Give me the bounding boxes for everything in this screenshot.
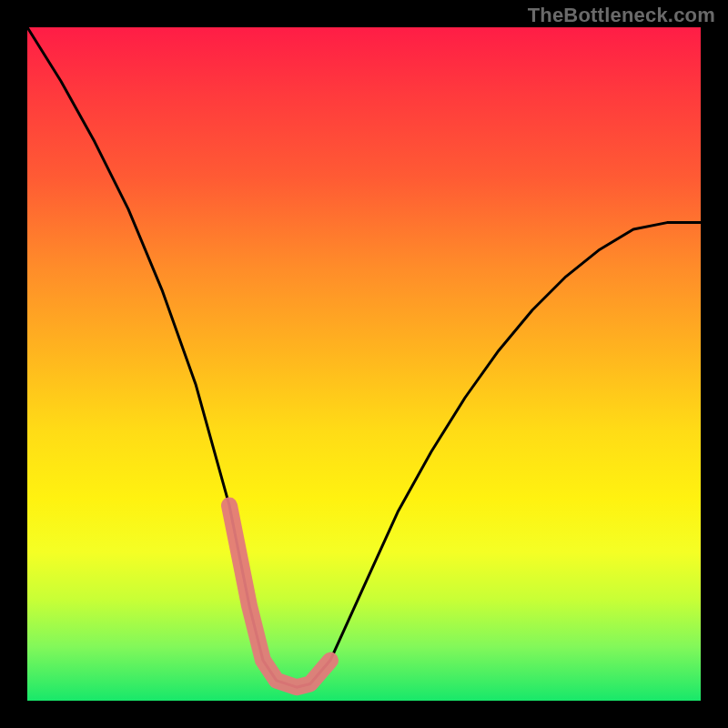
chart-svg: [27, 27, 701, 701]
watermark-text: TheBottleneck.com: [528, 4, 715, 27]
curve-line: [27, 27, 701, 687]
highlight-segment: [229, 505, 330, 687]
plot-area: [27, 27, 701, 701]
chart-frame: TheBottleneck.com: [0, 0, 728, 728]
